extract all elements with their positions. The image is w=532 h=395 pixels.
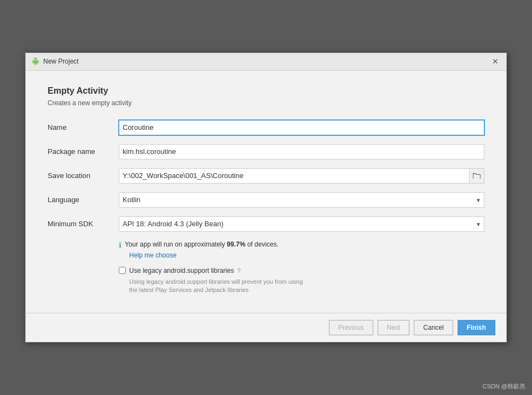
next-button[interactable]: Next bbox=[378, 320, 410, 335]
legacy-libraries-checkbox-row: Use legacy android.support libraries ? bbox=[119, 267, 484, 274]
minimum-sdk-row: Minimum SDK API 18: Android 4.3 (Jelly B… bbox=[48, 216, 484, 232]
save-location-row: Save location bbox=[48, 168, 484, 184]
name-input[interactable] bbox=[119, 120, 484, 135]
language-row: Language Kotlin Java ▼ bbox=[48, 192, 484, 208]
save-location-input-group bbox=[119, 168, 484, 184]
title-bar-left: New Project bbox=[31, 57, 79, 66]
minimum-sdk-label: Minimum SDK bbox=[48, 220, 119, 228]
finish-button[interactable]: Finish bbox=[458, 320, 495, 335]
title-bar: New Project ✕ bbox=[26, 53, 506, 71]
new-project-dialog: New Project ✕ Empty Activity Creates a n… bbox=[25, 53, 507, 343]
dialog-title: New Project bbox=[43, 58, 79, 65]
info-percentage: 99.7% bbox=[227, 241, 245, 248]
dialog-content: Empty Activity Creates a new empty activ… bbox=[26, 71, 506, 313]
help-me-choose-link[interactable]: Help me choose bbox=[129, 251, 484, 259]
warning-text: Using legacy android.support libraries w… bbox=[129, 278, 484, 295]
android-icon bbox=[31, 57, 40, 66]
save-location-input[interactable] bbox=[119, 168, 470, 184]
info-text-prefix: Your app will run on approximately bbox=[125, 241, 227, 248]
close-button[interactable]: ✕ bbox=[490, 56, 501, 67]
previous-button[interactable]: Previous bbox=[329, 320, 373, 335]
name-label: Name bbox=[48, 123, 119, 131]
legacy-libraries-label: Use legacy android.support libraries bbox=[129, 267, 234, 274]
folder-browse-button[interactable] bbox=[469, 168, 484, 184]
checkbox-section: Use legacy android.support libraries ? U… bbox=[119, 267, 484, 295]
info-text: Your app will run on approximately 99.7%… bbox=[125, 241, 279, 248]
watermark: CSDN @韩叡亮 bbox=[483, 382, 525, 391]
name-row: Name bbox=[48, 120, 484, 135]
checkbox-help-icon[interactable]: ? bbox=[237, 267, 240, 274]
section-subtitle: Creates a new empty activity bbox=[48, 99, 484, 107]
language-select[interactable]: Kotlin Java bbox=[119, 192, 484, 208]
minimum-sdk-select[interactable]: API 18: Android 4.3 (Jelly Bean) API 21:… bbox=[119, 216, 484, 232]
package-name-row: Package name bbox=[48, 144, 484, 159]
cancel-button[interactable]: Cancel bbox=[414, 320, 453, 335]
info-row: ℹ Your app will run on approximately 99.… bbox=[119, 241, 484, 249]
legacy-libraries-checkbox[interactable] bbox=[119, 267, 126, 274]
package-name-input[interactable] bbox=[119, 144, 484, 159]
package-name-label: Package name bbox=[48, 147, 119, 156]
minimum-sdk-select-wrapper: API 18: Android 4.3 (Jelly Bean) API 21:… bbox=[119, 216, 484, 232]
info-section: ℹ Your app will run on approximately 99.… bbox=[119, 241, 484, 259]
dialog-footer: Previous Next Cancel Finish bbox=[26, 313, 506, 342]
language-label: Language bbox=[48, 196, 119, 204]
info-text-suffix: of devices. bbox=[245, 241, 279, 248]
language-select-wrapper: Kotlin Java ▼ bbox=[119, 192, 484, 208]
section-title: Empty Activity bbox=[48, 86, 484, 96]
info-icon: ℹ bbox=[119, 241, 122, 249]
save-location-label: Save location bbox=[48, 171, 119, 180]
